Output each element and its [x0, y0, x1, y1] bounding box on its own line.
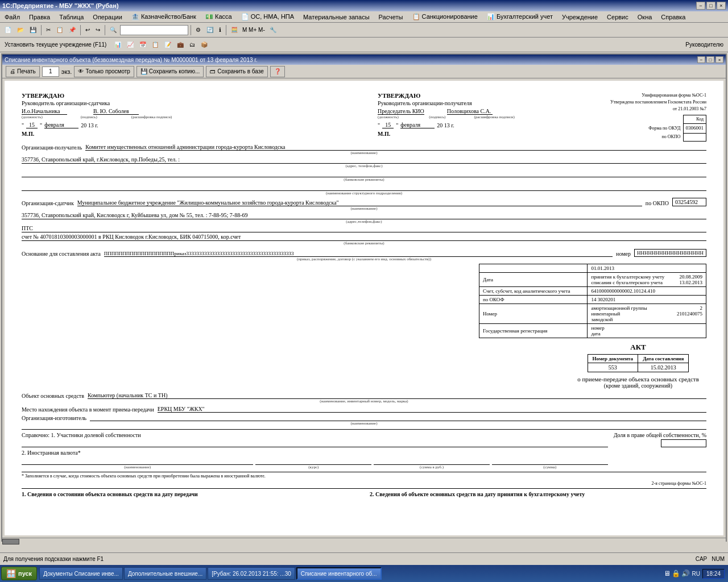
menu-buh[interactable]: 📊 Бухгалтерский учет	[485, 12, 555, 22]
mp-right: М.П.	[378, 131, 598, 137]
maximize-btn[interactable]: □	[706, 2, 715, 10]
position-right: Председатель КИО	[378, 108, 424, 115]
setup-uchrejdeniye-btn[interactable]: Установить текущее учреждение (F11)	[2, 39, 109, 51]
preview-btn[interactable]: 👁 Только просмотр	[74, 66, 134, 77]
menu-kassa[interactable]: 💵 Касса	[203, 12, 234, 22]
tb-undo[interactable]: ↩	[83, 24, 92, 36]
menu-okna[interactable]: Окна	[635, 13, 655, 22]
menu-raschety[interactable]: Расчеты	[377, 13, 406, 22]
taskbar-item-2[interactable]: [Рубан: 26.02.2013 21:55: ...30	[208, 567, 295, 580]
doc-restore-btn[interactable]: □	[706, 56, 714, 63]
horizontal-scrollbar[interactable]	[2, 538, 726, 544]
taskbar-item-1[interactable]: Дополнительные внешние...	[124, 567, 206, 580]
amort-val: 2	[700, 305, 703, 311]
title-bar: 1С:Предприятие - МБУ "ЖКХ" (Рубан) − □ ×	[0, 0, 728, 11]
tb-refresh[interactable]: 🔄	[204, 24, 216, 36]
mp-left: М.П.	[22, 131, 350, 137]
object-caption: (наименование, инвентарный номер, модель…	[320, 399, 408, 404]
toolbar1: 📄 📂 💾 ✂ 📋 📌 ↩ ↪ 🔍 ⚙ 🔄 ℹ 🧮 M M+ M- 🔧	[0, 23, 728, 38]
section2-title: 2. Сведения об объекте основных средств …	[370, 491, 706, 497]
okud-col: Код	[683, 115, 706, 124]
app-title: 1С:Предприятие - МБУ "ЖКХ" (Рубан)	[2, 2, 119, 9]
address-sender-caption: (адрес,телефон,факс)	[346, 219, 382, 224]
inostr-caption4: (сумма)	[492, 465, 608, 469]
tb-copy[interactable]: 📋	[54, 24, 65, 36]
rashifr-caption-right: (расшифровка подписи)	[474, 115, 514, 119]
menu-operations[interactable]: Операции	[90, 13, 124, 22]
tb-open[interactable]: 📂	[15, 24, 26, 36]
doc-minimize-btn[interactable]: −	[697, 56, 705, 63]
tb-cut[interactable]: ✂	[44, 24, 53, 36]
year-left: 20 13 г.	[81, 122, 98, 128]
dolya-val-box	[661, 439, 706, 447]
minimize-btn[interactable]: −	[696, 2, 705, 10]
tb-save[interactable]: 💾	[27, 24, 39, 36]
menu-table[interactable]: Таблица	[57, 13, 86, 22]
tb-new[interactable]: 📄	[2, 24, 14, 36]
tb2-btn6[interactable]: 💼	[175, 39, 186, 51]
menu-os[interactable]: 📄 ОС, НМА, НПА	[239, 12, 296, 22]
tb2-btn5[interactable]: 📝	[162, 39, 173, 51]
tb2-btn8[interactable]: 📦	[198, 39, 210, 51]
tb2-btn1[interactable]: 📊	[112, 39, 123, 51]
tb-paste[interactable]: 📌	[67, 24, 78, 36]
tb-redo[interactable]: ↪	[93, 24, 102, 36]
tb2-btn3[interactable]: 📅	[137, 39, 148, 51]
taskbar-item-0[interactable]: Документы Списание инве...	[39, 567, 123, 580]
search-input[interactable]	[120, 25, 188, 35]
close-btn[interactable]: ×	[717, 2, 726, 10]
page-number-input[interactable]	[42, 66, 59, 77]
tb-filter[interactable]: ⚙	[193, 24, 203, 36]
approved-by: Утверждена постановлением Госкомстата Ро…	[604, 99, 706, 106]
rukovoditel-btn[interactable]: Руководителю	[683, 39, 726, 51]
nomer-label: номер	[616, 251, 631, 257]
tb-search[interactable]: 🔍	[107, 24, 119, 36]
doc-close-btn[interactable]: ×	[715, 56, 723, 63]
schet-val: 6410000000000002.10124.410	[588, 286, 706, 295]
menu-bank[interactable]: 🏦 Казначейство/Банк	[129, 12, 198, 22]
taskbar-item-3[interactable]: Списание инвентарного об...	[296, 567, 382, 580]
tb-info[interactable]: ℹ	[217, 24, 224, 36]
menu-uchrejdeniye[interactable]: Учреждение	[560, 13, 600, 22]
menu-file[interactable]: Файл	[2, 13, 22, 22]
menu-help[interactable]: Справка	[659, 13, 688, 22]
systray-icons: 🖥 🔒 🔊	[664, 569, 690, 577]
start-button[interactable]: 🪟 пуск	[1, 567, 37, 580]
footnote: * Заполняется в случае, когда стоимость …	[22, 472, 706, 479]
quote-left: "	[22, 122, 24, 128]
scrollbar-thumb[interactable]	[2, 539, 19, 544]
month-left: февраля	[44, 122, 78, 128]
doc-title-bar: Списание инвентарного объекта (безвозмез…	[2, 55, 726, 65]
menu-material[interactable]: Материальные запасы	[301, 13, 372, 22]
data-label	[479, 264, 588, 272]
osnovaniye-label: Основание для составления акта	[22, 251, 101, 257]
tb2-btn7[interactable]: 🗂	[187, 39, 197, 51]
tb2-btn4[interactable]: 📋	[150, 39, 161, 51]
inostr-line4	[492, 457, 608, 465]
name-right: Половцихова С.А.	[447, 108, 493, 115]
okud-label	[646, 115, 683, 124]
status-hint: Для получения подсказки нажмите F1	[3, 556, 104, 562]
tb-calc[interactable]: 🧮	[229, 24, 240, 36]
nomer-val: НННННННННННННННННН	[634, 249, 706, 257]
save-copy-btn[interactable]: 💾 Сохранить копию...	[136, 66, 204, 77]
print-btn[interactable]: 🖨 Печать	[6, 66, 40, 77]
doc-title-buttons: − □ ×	[697, 56, 723, 63]
nomer-group-label: Номер	[479, 304, 588, 323]
menu-edit[interactable]: Правка	[27, 13, 52, 22]
bank-sender-caption: (банковские реквизиты)	[344, 241, 384, 246]
page2-ref: 2-я страница формы №ОС-1	[22, 481, 706, 486]
clock: 18:24	[702, 569, 725, 579]
save-base-btn[interactable]: 🗃 Сохранить в базе	[206, 66, 268, 77]
org-receiver-caption: (наименование)	[351, 151, 378, 155]
menu-servis[interactable]: Сервис	[605, 13, 631, 22]
dolya-label: Доля в праве общей собственности, %	[614, 432, 706, 438]
org-sender-name: Муниципальное бюджетное учреждение "Жили…	[77, 199, 642, 206]
approve-left: УТВЕРЖДАЮ	[22, 92, 350, 99]
position-left: И.о.Начальника	[22, 108, 67, 115]
tb2-btn2[interactable]: 📈	[125, 39, 136, 51]
spravochno1-label: Справочно: 1. Участники долевой собствен…	[22, 432, 608, 438]
menu-sankciya[interactable]: 📋 Санкционирование	[410, 12, 480, 22]
tb-extra[interactable]: 🔧	[267, 24, 279, 36]
help-btn[interactable]: ❓	[270, 66, 285, 77]
